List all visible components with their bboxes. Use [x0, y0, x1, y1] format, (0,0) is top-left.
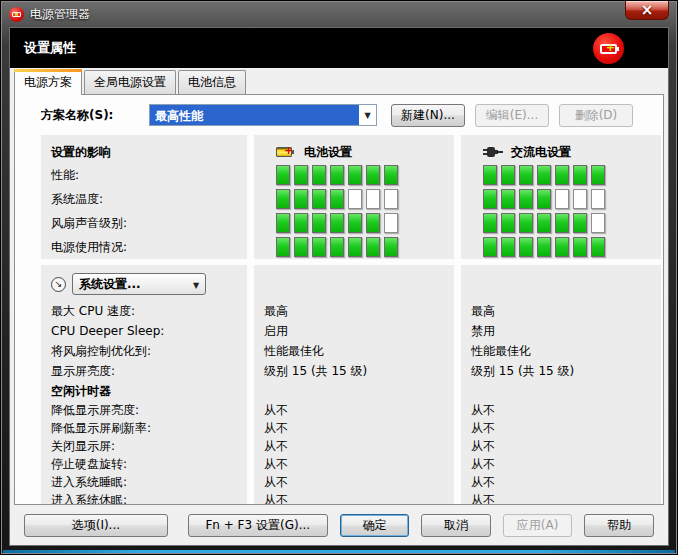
scheme-name-combobox[interactable]: 最高性能 [149, 104, 377, 126]
bar-filled [366, 237, 380, 257]
bar-filled [519, 165, 533, 185]
impact-row-label: 系统温度: [51, 187, 237, 211]
bar-empty [555, 189, 569, 209]
idle-timer-label: 降低显示屏刷新率: [51, 419, 237, 437]
bar-filled [294, 213, 308, 233]
battery-plus-icon [593, 33, 624, 64]
idle-timer-value-ac: 从不 [471, 401, 651, 419]
bar-filled [294, 189, 308, 209]
bar-empty [591, 189, 605, 209]
idle-timer-value-ac: 从不 [471, 419, 651, 437]
bar-filled [555, 165, 569, 185]
tab-battery-info[interactable]: 电池信息 [178, 70, 246, 95]
titlebar: 电源管理器 [1, 1, 677, 27]
battery-values-panel: 最高启用性能最佳化级别 15 (共 15 级) 从不从不从不从不从不从不 [254, 265, 454, 505]
bar-filled [312, 165, 326, 185]
bar-filled [501, 213, 515, 233]
ok-button[interactable]: 确定 [340, 514, 410, 537]
cancel-button[interactable]: 取消 [421, 514, 491, 537]
impact-bar-row [471, 163, 651, 187]
idle-timer-label: 降低显示屏亮度: [51, 401, 237, 419]
edit-button: 编辑(E)... [475, 104, 549, 127]
idle-timer-value-battery: 从不 [264, 419, 444, 437]
bar-filled [330, 165, 344, 185]
setting-label: 将风扇控制优化到: [51, 341, 237, 361]
fn-f3-settings-button[interactable]: Fn + F3 设置(G)... [188, 514, 328, 537]
scheme-name-value: 最高性能 [150, 105, 359, 125]
setting-value-ac: 禁用 [471, 321, 651, 341]
idle-timer-label: 进入系统休眠: [51, 491, 237, 505]
system-settings-combobox-value: 系统设置... [73, 276, 187, 293]
bar-filled [276, 189, 290, 209]
bar-filled [366, 165, 380, 185]
options-button[interactable]: 选项(I)... [24, 514, 168, 537]
settings-grid: 设置的影响 性能:系统温度:风扇声音级别:电源使用情况: + 电池设置 [41, 135, 647, 505]
ac-header-label: 交流电设置 [511, 144, 571, 161]
bar-filled [366, 213, 380, 233]
impact-labels-panel: 设置的影响 性能:系统温度:风扇声音级别:电源使用情况: [41, 135, 247, 259]
bar-filled [573, 237, 587, 257]
bar-filled [501, 165, 515, 185]
impact-row-label: 电源使用情况: [51, 235, 237, 259]
bar-filled [537, 237, 551, 257]
setting-value-ac: 性能最佳化 [471, 341, 651, 361]
chevron-down-icon[interactable] [359, 105, 376, 125]
idle-spacer [471, 381, 651, 401]
bar-filled [537, 189, 551, 209]
footer-button-bar: 选项(I)...Fn + F3 设置(G)...确定取消应用(A)帮助 [10, 505, 668, 545]
tab-power-scheme[interactable]: 电源方案 [14, 69, 82, 95]
impact-title: 设置的影响 [51, 141, 237, 163]
setting-label: CPU Deeper Sleep: [51, 321, 237, 341]
bar-empty [348, 189, 362, 209]
close-icon[interactable] [625, 1, 669, 20]
bar-filled [501, 237, 515, 257]
bar-filled [483, 237, 497, 257]
idle-timer-value-battery: 从不 [264, 491, 444, 505]
bar-empty [573, 189, 587, 209]
battery-impact-panel: + 电池设置 [254, 135, 454, 259]
apply-button: 应用(A) [503, 514, 573, 537]
scheme-name-label: 方案名称(S): [41, 107, 149, 124]
bar-filled [384, 237, 398, 257]
bar-filled [519, 213, 533, 233]
bar-filled [591, 237, 605, 257]
new-button[interactable]: 新建(N)... [391, 104, 465, 127]
idle-timer-value-battery: 从不 [264, 455, 444, 473]
setting-label: 最大 CPU 速度: [51, 301, 237, 321]
ac-column-header: 交流电设置 [471, 141, 651, 163]
bar-filled [348, 237, 362, 257]
idle-timer-value-battery: 从不 [264, 401, 444, 419]
bar-empty [366, 189, 380, 209]
ac-plug-icon [483, 146, 503, 158]
tab-global-power[interactable]: 全局电源设置 [84, 70, 176, 95]
setting-value-battery: 级别 15 (共 15 级) [264, 361, 444, 381]
impact-bar-row [471, 187, 651, 211]
bar-filled [483, 165, 497, 185]
bar-filled [519, 237, 533, 257]
setting-value-ac: 级别 15 (共 15 级) [471, 361, 651, 381]
setting-value-ac: 最高 [471, 301, 651, 321]
bar-empty [384, 189, 398, 209]
dialog-title: 设置属性 [24, 39, 76, 57]
bar-filled [330, 237, 344, 257]
battery-column-header: + 电池设置 [264, 141, 444, 163]
bar-empty [384, 213, 398, 233]
help-button[interactable]: 帮助 [584, 514, 654, 537]
bar-filled [348, 213, 362, 233]
bar-empty [591, 213, 605, 233]
chevron-down-icon[interactable] [187, 277, 205, 291]
idle-timer-label: 停止硬盘旋转: [51, 455, 237, 473]
setting-value-battery: 性能最佳化 [264, 341, 444, 361]
bar-filled [483, 213, 497, 233]
bar-filled [519, 189, 533, 209]
expand-arrow-icon[interactable] [51, 277, 66, 292]
system-settings-labels-panel: 系统设置... 最大 CPU 速度:CPU Deeper Sleep:将风扇控制… [41, 265, 247, 505]
ac-values-panel: 最高禁用性能最佳化级别 15 (共 15 级) 从不从不从不从不从不从不 [461, 265, 661, 505]
bar-filled [384, 165, 398, 185]
bar-filled [573, 213, 587, 233]
bar-filled [276, 213, 290, 233]
bar-filled [555, 237, 569, 257]
system-settings-combobox[interactable]: 系统设置... [72, 273, 206, 295]
idle-timer-label: 关闭显示屏: [51, 437, 237, 455]
bar-filled [276, 165, 290, 185]
